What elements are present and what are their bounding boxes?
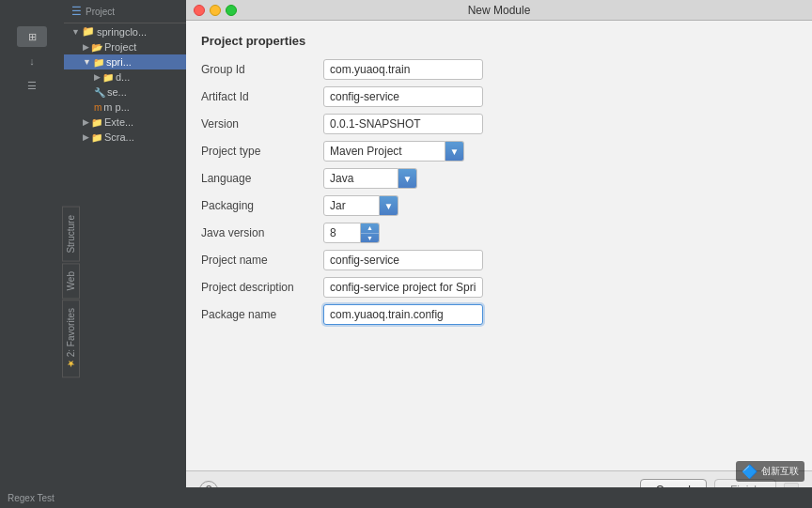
spinner-down[interactable]: ▼ <box>361 234 379 243</box>
project-tree: ▼ 📁 springclo... ▶ 📂 Project ▼ 📁 spri...… <box>64 23 186 145</box>
tree-item-maven[interactable]: m m p... <box>64 100 186 115</box>
form-row-language: Language ▼ <box>201 168 797 189</box>
group-id-label: Group Id <box>201 63 323 76</box>
form-row-package-name: Package name <box>201 304 797 325</box>
project-description-input[interactable] <box>323 277 483 298</box>
project-name-label: Project name <box>201 254 323 267</box>
tree-item-springcloud[interactable]: ▼ 📁 springclo... <box>64 23 186 39</box>
package-name-label: Package name <box>201 308 323 321</box>
project-type-input[interactable] <box>323 141 445 162</box>
window-title: New Module <box>468 4 531 17</box>
maximize-button[interactable] <box>226 5 237 16</box>
dialog-content: Project properties Group Id Artifact Id … <box>186 21 812 470</box>
toolbar-icon-3[interactable]: ☰ <box>22 75 42 96</box>
web-tab[interactable]: Web <box>62 263 80 299</box>
group-id-input[interactable] <box>323 59 483 80</box>
artifact-id-input[interactable] <box>323 86 483 107</box>
tree-item-project[interactable]: ▶ 📂 Project <box>64 39 186 54</box>
watermark: 🔷 创新互联 <box>736 461 804 482</box>
language-label: Language <box>201 172 323 185</box>
title-bar: New Module <box>186 0 812 21</box>
tree-item-scratch[interactable]: ▶ 📁 Scra... <box>64 130 186 145</box>
package-name-input[interactable] <box>323 304 483 325</box>
packaging-label: Packaging <box>201 199 323 212</box>
form-row-project-type: Project type ▼ <box>201 141 797 162</box>
regex-test-button[interactable]: Regex Test <box>8 493 55 503</box>
tree-item-spring[interactable]: ▼ 📁 spri... <box>64 54 186 69</box>
packaging-input[interactable] <box>323 195 380 216</box>
form-row-artifact-id: Artifact Id <box>201 86 797 107</box>
version-label: Version <box>201 117 323 131</box>
language-dropdown[interactable]: ▼ <box>398 168 417 189</box>
structure-tab[interactable]: Structure <box>62 207 80 262</box>
tree-item-se[interactable]: 🔧 se... <box>64 85 186 100</box>
form-row-packaging: Packaging ▼ <box>201 195 797 216</box>
artifact-id-label: Artifact Id <box>201 90 323 103</box>
spinner-up[interactable]: ▲ <box>361 223 379 234</box>
section-title: Project properties <box>201 34 797 48</box>
bottom-bar: Regex Test <box>0 487 812 508</box>
project-panel-header: ☰ Project <box>64 0 186 23</box>
project-name-input[interactable] <box>323 250 483 270</box>
form-row-version: Version <box>201 114 797 134</box>
form-row-java-version: Java version ▲ ▼ <box>201 223 797 243</box>
close-button[interactable] <box>194 5 205 16</box>
form-row-project-description: Project description <box>201 277 797 298</box>
tree-item-external[interactable]: ▶ 📁 Exte... <box>64 115 186 130</box>
form-row-project-name: Project name <box>201 250 797 270</box>
java-version-spinner[interactable]: ▲ ▼ <box>361 223 380 243</box>
favorites-tab[interactable]: ★ 2: Favorites <box>62 300 80 377</box>
java-version-label: Java version <box>201 226 323 239</box>
toolbar-icon-1[interactable]: ⊞ <box>17 26 47 47</box>
packaging-dropdown[interactable]: ▼ <box>380 195 398 216</box>
project-description-label: Project description <box>201 281 323 294</box>
java-version-input[interactable] <box>323 223 361 243</box>
form-row-group-id: Group Id <box>201 59 797 80</box>
tree-item-d[interactable]: ▶ 📁 d... <box>64 69 186 85</box>
project-type-dropdown[interactable]: ▼ <box>445 141 464 162</box>
language-input[interactable] <box>323 168 398 189</box>
project-type-label: Project type <box>201 145 323 158</box>
minimize-button[interactable] <box>210 5 221 16</box>
version-input[interactable] <box>323 114 483 134</box>
toolbar-icon-2[interactable]: ↓ <box>22 51 42 71</box>
